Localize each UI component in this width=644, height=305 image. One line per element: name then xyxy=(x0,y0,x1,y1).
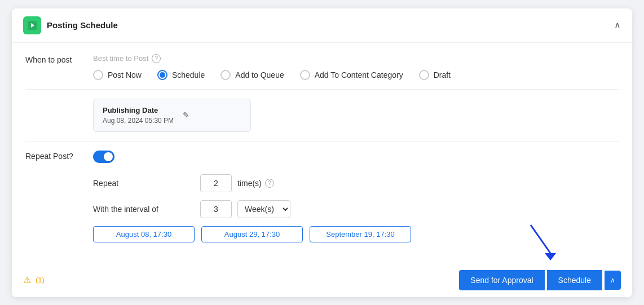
posting-schedule-card: Posting Schedule ∧ When to post Best tim… xyxy=(12,8,632,297)
radio-option-add-to-queue[interactable]: Add to Queue xyxy=(220,70,284,80)
when-to-post-content: Best time to Post ? Post Now Schedule A xyxy=(93,54,619,80)
repeat-controls: Repeat time(s) ? With the interval of Da… xyxy=(93,174,619,242)
repeat-times-line: Repeat time(s) ? xyxy=(93,174,619,192)
radio-option-add-to-content-category[interactable]: Add To Content Category xyxy=(300,70,403,80)
warning-icon: ⚠ xyxy=(23,275,31,285)
repeat-post-content: Repeat time(s) ? With the interval of Da… xyxy=(93,151,619,242)
when-to-post-row: When to post Best time to Post ? Post No… xyxy=(25,54,619,80)
publishing-date-info: Publishing Date Aug 08, 2024 05:30 PM xyxy=(103,106,174,125)
schedule-button[interactable]: Schedule xyxy=(547,270,602,290)
radio-label-add-to-content-category: Add To Content Category xyxy=(315,70,403,79)
repeat-toggle-row xyxy=(93,151,619,163)
interval-value-input[interactable] xyxy=(200,200,232,218)
date-pill-3: September 19, 17:30 xyxy=(310,226,411,242)
times-help-icon[interactable]: ? xyxy=(265,179,274,188)
radio-circle-add-to-queue xyxy=(220,70,231,80)
repeat-post-label: Repeat Post? xyxy=(25,151,93,161)
repeat-post-toggle[interactable] xyxy=(93,151,114,163)
date-pill-1: August 08, 17:30 xyxy=(93,226,195,242)
interval-line: With the interval of Day(s) Week(s) Mont… xyxy=(93,200,619,218)
card-title: Posting Schedule xyxy=(47,20,118,30)
date-pills: August 08, 17:30 August 29, 17:30 Septem… xyxy=(93,226,619,242)
divider-2 xyxy=(25,141,619,142)
radio-label-post-now: Post Now xyxy=(108,70,142,79)
app-logo-icon xyxy=(23,16,41,34)
interval-label: With the interval of xyxy=(93,205,195,214)
radio-option-post-now[interactable]: Post Now xyxy=(93,70,142,80)
radio-label-add-to-queue: Add to Queue xyxy=(235,70,284,79)
best-time-row: Best time to Post ? xyxy=(93,54,619,63)
interval-unit-select[interactable]: Day(s) Week(s) Month(s) xyxy=(237,200,290,218)
repeat-post-row: Repeat Post? Repeat time(s) ? xyxy=(25,151,619,242)
publishing-date-box: Publishing Date Aug 08, 2024 05:30 PM ✎ xyxy=(93,99,251,132)
date-pill-2: August 29, 17:30 xyxy=(201,226,303,242)
publishing-date-edit-icon[interactable]: ✎ xyxy=(183,110,189,120)
publishing-date-value: Aug 08, 2024 05:30 PM xyxy=(103,117,174,125)
repeat-label: Repeat xyxy=(93,179,195,188)
radio-circle-schedule xyxy=(157,70,167,80)
schedule-dropdown-button[interactable]: ∧ xyxy=(605,271,621,290)
warning-count: (1) xyxy=(36,276,45,284)
repeat-value-input[interactable] xyxy=(200,174,232,192)
footer-warning: ⚠ (1) xyxy=(23,275,45,285)
radio-circle-draft xyxy=(419,70,429,80)
radio-option-draft[interactable]: Draft xyxy=(419,70,451,80)
card-body: When to post Best time to Post ? Post No… xyxy=(12,43,632,263)
publishing-date-label: Publishing Date xyxy=(103,106,174,114)
radio-option-schedule[interactable]: Schedule xyxy=(157,70,205,80)
radio-label-draft: Draft xyxy=(434,70,451,79)
times-label: time(s) ? xyxy=(237,179,274,188)
schedule-chevron-icon: ∧ xyxy=(610,276,615,284)
radio-circle-post-now xyxy=(93,70,103,80)
radio-options-group: Post Now Schedule Add to Queue Add To Co… xyxy=(93,70,619,80)
divider-1 xyxy=(25,89,619,90)
card-header: Posting Schedule ∧ xyxy=(12,8,632,43)
when-to-post-label: When to post xyxy=(25,54,93,64)
radio-label-schedule: Schedule xyxy=(172,70,205,79)
card-footer: ⚠ (1) Send for Approval Schedule ∧ xyxy=(12,263,632,297)
footer-actions: Send for Approval Schedule ∧ xyxy=(459,270,621,290)
radio-circle-add-to-content-category xyxy=(300,70,310,80)
best-time-label: Best time to Post xyxy=(93,54,148,63)
best-time-help-icon[interactable]: ? xyxy=(152,54,161,63)
send-for-approval-button[interactable]: Send for Approval xyxy=(459,270,544,290)
collapse-icon[interactable]: ∧ xyxy=(614,20,621,30)
header-left: Posting Schedule xyxy=(23,16,118,34)
